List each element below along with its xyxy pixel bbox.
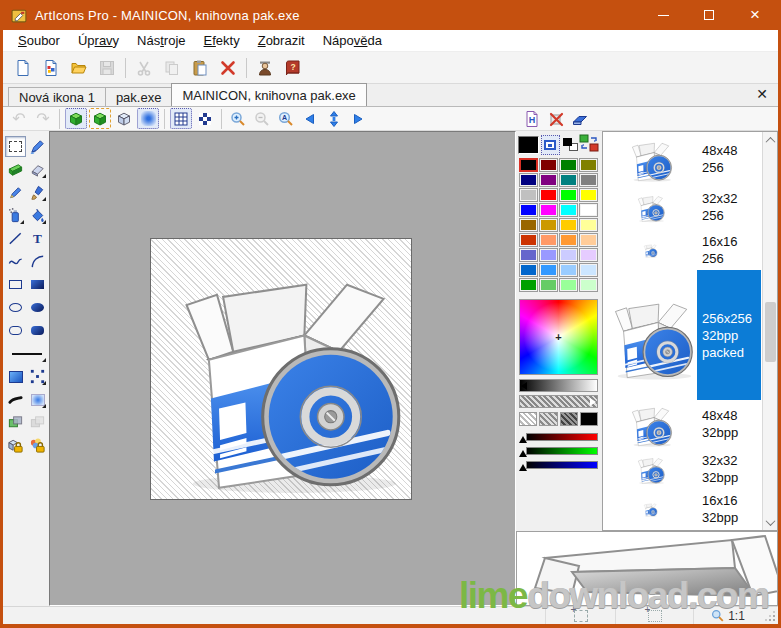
view-frame-button[interactable] <box>89 108 111 129</box>
tool-lock-colors-button[interactable] <box>27 435 48 456</box>
menu-item-nstroje[interactable]: Nástroje <box>128 31 194 50</box>
arrow-right-button[interactable] <box>347 108 369 129</box>
close-button[interactable]: × <box>732 0 778 30</box>
alpha-preset-opaque[interactable] <box>580 412 598 426</box>
palette-swatch[interactable] <box>519 203 538 217</box>
palette-swatch[interactable] <box>519 248 538 262</box>
palette-swatch[interactable] <box>559 248 578 262</box>
scroll-up-icon[interactable] <box>763 132 778 148</box>
tool-spray-button[interactable] <box>5 205 26 226</box>
palette-swatch[interactable] <box>579 173 598 187</box>
grid-button[interactable] <box>170 108 192 129</box>
palette-swatch[interactable] <box>519 188 538 202</box>
tool-stroke-sample-button[interactable] <box>5 389 26 410</box>
red-slider[interactable] <box>526 433 598 441</box>
view-normal-button[interactable] <box>65 108 87 129</box>
help-book-button[interactable]: ? <box>280 55 306 81</box>
format-row[interactable]: 48x4832bpp <box>603 400 762 448</box>
zoom-in-button[interactable] <box>227 108 249 129</box>
palette-swatch[interactable] <box>579 188 598 202</box>
tool-select-button[interactable] <box>5 136 26 157</box>
format-row[interactable]: 32x3232bpp <box>603 448 762 490</box>
palette-swatch[interactable] <box>539 233 558 247</box>
palette-swatch[interactable] <box>539 173 558 187</box>
tool-ellipse-filled-button[interactable] <box>27 297 48 318</box>
reset-colors-button[interactable] <box>562 136 577 154</box>
tool-text-button[interactable]: T <box>27 228 48 249</box>
palette-swatch[interactable] <box>579 263 598 277</box>
tool-pencil-button[interactable] <box>5 182 26 203</box>
gray-gradient-bar[interactable] <box>519 379 598 392</box>
zoom-actual-button[interactable]: A <box>275 108 297 129</box>
scroll-down-icon[interactable] <box>763 514 778 530</box>
format-scrollbar[interactable] <box>762 132 777 530</box>
tab-mainicon[interactable]: MAINICON, knihovna pak.exe <box>171 83 366 106</box>
palette-swatch[interactable] <box>519 218 538 232</box>
swap-colors-button[interactable] <box>579 134 599 156</box>
palette-swatch[interactable] <box>539 158 558 172</box>
palette-swatch[interactable] <box>539 218 558 232</box>
arrow-move-button[interactable] <box>323 108 345 129</box>
canvas[interactable] <box>150 238 412 500</box>
maximize-button[interactable] <box>686 0 732 30</box>
palette-swatch[interactable] <box>539 203 558 217</box>
menu-item-npovda[interactable]: Nápověda <box>314 31 391 50</box>
palette-swatch[interactable] <box>559 203 578 217</box>
alpha-preset-dark[interactable] <box>560 412 578 426</box>
tool-swatch-button[interactable] <box>5 366 26 387</box>
palette-swatch[interactable] <box>519 278 538 292</box>
format-row[interactable]: 256x25632bpppacked <box>603 270 762 400</box>
tab-pak-exe[interactable]: pak.exe <box>105 87 173 106</box>
tool-lock-object-button[interactable] <box>5 435 26 456</box>
tool-fill-button[interactable] <box>27 205 48 226</box>
palette-swatch[interactable] <box>539 263 558 277</box>
tool-rect-button[interactable] <box>5 274 26 295</box>
palette-swatch[interactable] <box>559 218 578 232</box>
view-smooth-button[interactable] <box>137 108 159 129</box>
new-graphic-button[interactable] <box>38 55 64 81</box>
palette-swatch[interactable] <box>519 233 538 247</box>
draw-test-button[interactable] <box>569 109 591 130</box>
format-new-button[interactable]: H <box>521 109 543 130</box>
tool-brush-button[interactable] <box>27 182 48 203</box>
new-page-button[interactable] <box>10 55 36 81</box>
palette-swatch[interactable] <box>559 263 578 277</box>
alpha-preset-medium[interactable] <box>539 412 557 426</box>
menu-item-zobrazit[interactable]: Zobrazit <box>249 31 314 50</box>
palette-swatch[interactable] <box>579 248 598 262</box>
grid-pattern-button[interactable] <box>194 108 216 129</box>
tool-rrect-button[interactable] <box>5 320 26 341</box>
menu-item-pravy[interactable]: Úpravy <box>69 31 128 50</box>
tool-ellipse-button[interactable] <box>5 297 26 318</box>
hsv-picker[interactable]: + <box>519 299 598 375</box>
scroll-thumb[interactable] <box>765 302 776 362</box>
palette-swatch[interactable] <box>539 188 558 202</box>
background-mode-button[interactable] <box>541 135 560 155</box>
resize-grip[interactable] <box>762 607 778 624</box>
arrow-left-button[interactable] <box>299 108 321 129</box>
tool-soft-button[interactable] <box>27 389 48 410</box>
green-slider[interactable] <box>526 447 598 455</box>
workspace[interactable] <box>49 131 516 606</box>
wizard-button[interactable] <box>252 55 278 81</box>
tab-nova-ikona[interactable]: Nová ikona 1 <box>8 87 106 106</box>
palette-swatch[interactable] <box>539 248 558 262</box>
palette-swatch[interactable] <box>519 158 538 172</box>
blue-slider[interactable] <box>526 461 598 469</box>
palette-swatch[interactable] <box>579 278 598 292</box>
palette-swatch[interactable] <box>559 233 578 247</box>
alpha-preset-light[interactable] <box>519 412 537 426</box>
tool-gradient-button[interactable] <box>5 159 26 180</box>
palette-swatch[interactable] <box>519 263 538 277</box>
palette-swatch[interactable] <box>519 173 538 187</box>
palette-swatch[interactable] <box>579 203 598 217</box>
palette-swatch[interactable] <box>539 278 558 292</box>
view-3d-button[interactable] <box>113 108 135 129</box>
foreground-color-swatch[interactable] <box>518 136 539 154</box>
tool-picker-button[interactable] <box>27 136 48 157</box>
tab-close-icon[interactable]: ✕ <box>754 86 770 102</box>
tool-scatter-button[interactable] <box>27 366 48 387</box>
format-row[interactable]: 16x16256 <box>603 230 762 270</box>
tool-rect-filled-button[interactable] <box>27 274 48 295</box>
palette-swatch[interactable] <box>559 278 578 292</box>
